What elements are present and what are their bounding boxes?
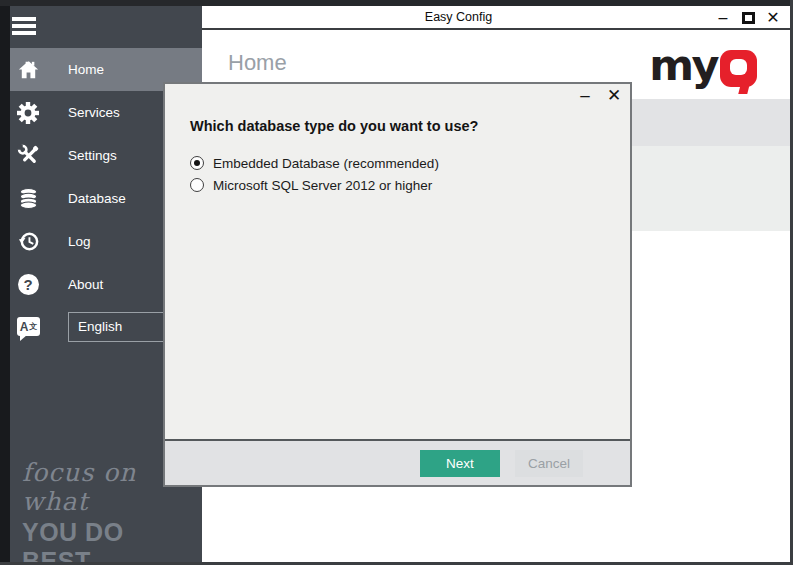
logo-q-mark bbox=[720, 50, 757, 87]
database-type-dialog: – ✕ Which database type do you want to u… bbox=[163, 82, 632, 487]
translate-icon: A文 bbox=[16, 315, 40, 339]
sidebar-item-label: Database bbox=[68, 191, 126, 206]
database-icon bbox=[16, 187, 40, 211]
cancel-button[interactable]: Cancel bbox=[515, 450, 583, 477]
dialog-close-button[interactable]: ✕ bbox=[604, 85, 624, 105]
dialog-minimize-button[interactable]: – bbox=[575, 85, 595, 105]
tagline-line2: YOU DO BEST bbox=[22, 518, 192, 565]
radio-option-mssql[interactable]: Microsoft SQL Server 2012 or higher bbox=[190, 174, 432, 196]
dialog-footer: Next Cancel bbox=[165, 439, 630, 485]
sidebar-edge-strip bbox=[0, 6, 10, 565]
question-mark-icon: ? bbox=[16, 273, 40, 297]
dialog-question: Which database type do you want to use? bbox=[190, 118, 478, 134]
gear-icon bbox=[16, 101, 40, 125]
page-title: Home bbox=[228, 50, 287, 76]
window-title: Easy Config bbox=[202, 10, 715, 24]
minimize-button[interactable]: – bbox=[714, 9, 732, 27]
home-icon bbox=[16, 58, 40, 82]
sidebar-item-label: About bbox=[68, 277, 103, 292]
maximize-button[interactable] bbox=[739, 9, 757, 27]
logo-text-my: my bbox=[649, 46, 717, 84]
tools-icon bbox=[16, 144, 40, 168]
hamburger-menu-icon[interactable] bbox=[12, 17, 36, 35]
sidebar-item-label: Home bbox=[68, 62, 104, 77]
window-top-border bbox=[0, 0, 793, 6]
radio-label: Embedded Database (recommended) bbox=[213, 156, 439, 171]
close-button[interactable]: ✕ bbox=[764, 9, 782, 27]
radio-option-embedded[interactable]: Embedded Database (recommended) bbox=[190, 152, 439, 174]
history-clock-icon bbox=[16, 230, 40, 254]
myq-logo: my bbox=[649, 46, 757, 94]
sidebar-item-label: Settings bbox=[68, 148, 117, 163]
next-button[interactable]: Next bbox=[420, 450, 500, 477]
radio-label: Microsoft SQL Server 2012 or higher bbox=[213, 178, 432, 193]
easy-config-window: Home Services bbox=[0, 0, 793, 565]
radio-button-unselected[interactable] bbox=[190, 178, 204, 192]
sidebar-item-label: Services bbox=[68, 105, 120, 120]
radio-button-selected[interactable] bbox=[190, 156, 204, 170]
sidebar-item-label: Log bbox=[68, 234, 91, 249]
language-value: English bbox=[78, 319, 122, 334]
titlebar: Easy Config – ✕ bbox=[202, 6, 790, 30]
